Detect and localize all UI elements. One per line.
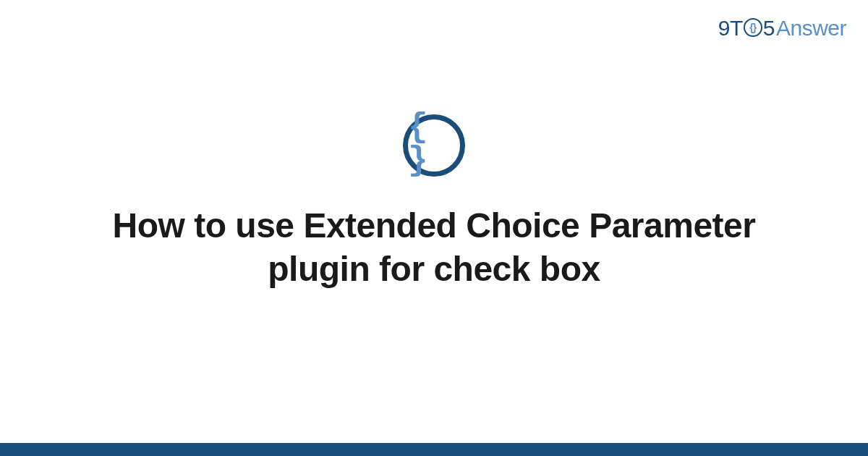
main-content: { } How to use Extended Choice Parameter… [0,0,868,456]
page-title: How to use Extended Choice Parameter plu… [65,204,803,291]
footer-accent-bar [0,443,868,456]
topic-icon-circle: { } [403,114,465,177]
code-braces-icon: { } [408,111,460,177]
